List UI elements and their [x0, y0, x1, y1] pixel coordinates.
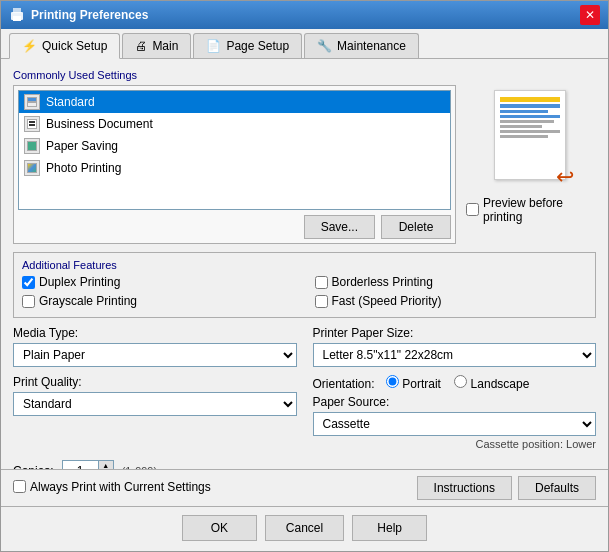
tab-bar: ⚡ Quick Setup 🖨 Main 📄 Page Setup 🔧 Main…	[1, 29, 608, 59]
borderless-checkbox[interactable]	[315, 276, 328, 289]
print-quality-select[interactable]: Standard High Draft	[13, 392, 297, 416]
settings-list[interactable]: Standard Business Document	[18, 90, 451, 210]
paper-line-gray2	[500, 125, 542, 128]
checkboxes-grid: Duplex Printing Borderless Printing Gray…	[22, 275, 587, 311]
tab-maintenance-label: Maintenance	[337, 39, 406, 53]
landscape-radio[interactable]	[454, 375, 467, 388]
dialog-buttons: OK Cancel Help	[1, 506, 608, 551]
help-button[interactable]: Help	[352, 515, 427, 541]
tab-maintenance[interactable]: 🔧 Maintenance	[304, 33, 419, 58]
paper-source-field: Paper Source: Cassette Rear Tray	[313, 395, 597, 436]
fast-speed-row[interactable]: Fast (Speed Priority)	[315, 294, 588, 308]
paper-line-gray	[500, 120, 554, 123]
paper-line-yellow	[500, 97, 560, 102]
form-grid: Media Type: Plain Paper Glossy Photo Pap…	[13, 326, 596, 452]
copies-up-button[interactable]: ▲	[99, 461, 113, 469]
arrow-icon: ↩	[556, 166, 574, 188]
additional-features-label: Additional Features	[22, 259, 587, 271]
list-item-label: Paper Saving	[46, 139, 118, 153]
list-item-label: Photo Printing	[46, 161, 121, 175]
svg-rect-2	[13, 16, 21, 21]
save-button[interactable]: Save...	[304, 215, 375, 239]
media-type-field: Media Type: Plain Paper Glossy Photo Pap…	[13, 326, 297, 367]
photo-printing-icon	[24, 160, 40, 176]
media-type-label: Media Type:	[13, 326, 297, 340]
fast-label: Fast (Speed Priority)	[332, 294, 442, 308]
print-quality-field: Print Quality: Standard High Draft	[13, 375, 297, 452]
paper-source-select[interactable]: Cassette Rear Tray	[313, 412, 597, 436]
commonly-used-section: Commonly Used Settings Standard	[13, 69, 456, 244]
tab-main[interactable]: 🖨 Main	[122, 33, 191, 58]
list-item[interactable]: Photo Printing	[19, 157, 450, 179]
borderless-label: Borderless Printing	[332, 275, 433, 289]
duplex-label: Duplex Printing	[39, 275, 120, 289]
list-item[interactable]: Paper Saving	[19, 135, 450, 157]
grayscale-label: Grayscale Printing	[39, 294, 137, 308]
paper-source-label: Paper Source:	[313, 395, 597, 409]
duplex-checkbox[interactable]	[22, 276, 35, 289]
tab-quick-setup-label: Quick Setup	[42, 39, 107, 53]
business-doc-icon	[24, 116, 40, 132]
standard-icon	[24, 94, 40, 110]
window-title: Printing Preferences	[31, 8, 148, 22]
orientation-options: Portrait Landscape	[386, 377, 529, 391]
always-print-row[interactable]: Always Print with Current Settings	[13, 480, 211, 494]
list-item[interactable]: Business Document	[19, 113, 450, 135]
list-item[interactable]: Standard	[19, 91, 450, 113]
paper-size-select[interactable]: Letter 8.5"x11" 22x28cm A4 Legal	[313, 343, 597, 367]
paper-line-blue	[500, 104, 560, 108]
orientation-section: Orientation: Portrait Landscape	[313, 375, 597, 391]
duplex-printing-row[interactable]: Duplex Printing	[22, 275, 295, 289]
main-icon: 🖨	[135, 39, 147, 53]
tab-main-label: Main	[152, 39, 178, 53]
ok-button[interactable]: OK	[182, 515, 257, 541]
always-print-checkbox[interactable]	[13, 480, 26, 493]
preview-label: Preview before printing	[483, 196, 596, 224]
quick-setup-icon: ⚡	[22, 39, 37, 53]
media-type-select[interactable]: Plain Paper Glossy Photo Paper Matte Pho…	[13, 343, 297, 367]
cancel-button[interactable]: Cancel	[265, 515, 344, 541]
preview-checkbox-row: Preview before printing	[466, 196, 596, 224]
cassette-position-note: Cassette position: Lower	[313, 438, 597, 450]
tab-page-setup-label: Page Setup	[226, 39, 289, 53]
defaults-button[interactable]: Defaults	[518, 476, 596, 500]
borderless-printing-row[interactable]: Borderless Printing	[315, 275, 588, 289]
portrait-radio[interactable]	[386, 375, 399, 388]
copies-input[interactable]: 1	[63, 462, 98, 469]
bottom-options-row: Always Print with Current Settings Instr…	[1, 470, 608, 506]
close-button[interactable]: ✕	[580, 5, 600, 25]
tab-quick-setup[interactable]: ⚡ Quick Setup	[9, 33, 120, 59]
paper-line-blue3	[500, 115, 560, 118]
orientation-label: Orientation:	[313, 377, 375, 391]
tab-page-setup[interactable]: 📄 Page Setup	[193, 33, 302, 58]
grayscale-printing-row[interactable]: Grayscale Printing	[22, 294, 295, 308]
title-bar: Printing Preferences ✕	[1, 1, 608, 29]
grayscale-checkbox[interactable]	[22, 295, 35, 308]
paper-size-label: Printer Paper Size:	[313, 326, 597, 340]
landscape-label: Landscape	[471, 377, 530, 391]
settings-list-container: Standard Business Document	[13, 85, 456, 244]
top-section: Commonly Used Settings Standard	[13, 69, 596, 244]
commonly-used-label: Commonly Used Settings	[13, 69, 456, 81]
paper-preview: ↩	[486, 90, 576, 190]
copies-input-group: 1 ▲ ▼	[62, 460, 114, 469]
delete-button[interactable]: Delete	[381, 215, 451, 239]
print-quality-label: Print Quality:	[13, 375, 297, 389]
right-column: Orientation: Portrait Landscape Paper So…	[313, 375, 597, 452]
paper-line-blue2	[500, 110, 548, 113]
fast-checkbox[interactable]	[315, 295, 328, 308]
title-bar-left: Printing Preferences	[9, 7, 148, 23]
list-item-label: Business Document	[46, 117, 153, 131]
page-setup-icon: 📄	[206, 39, 221, 53]
printing-preferences-window: Printing Preferences ✕ ⚡ Quick Setup 🖨 M…	[0, 0, 609, 552]
printer-icon	[9, 7, 25, 23]
paper-line-gray4	[500, 135, 548, 138]
maintenance-icon: 🔧	[317, 39, 332, 53]
instructions-button[interactable]: Instructions	[417, 476, 512, 500]
always-print-label: Always Print with Current Settings	[30, 480, 211, 494]
paper-line-gray3	[500, 130, 560, 133]
preview-checkbox[interactable]	[466, 203, 479, 216]
portrait-label: Portrait	[402, 377, 441, 391]
paper-saving-icon	[24, 138, 40, 154]
bottom-right-buttons: Instructions Defaults	[417, 476, 596, 500]
